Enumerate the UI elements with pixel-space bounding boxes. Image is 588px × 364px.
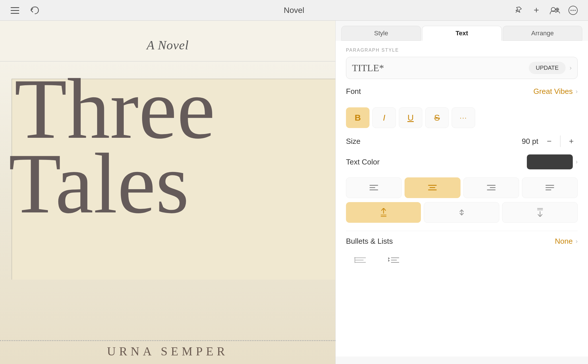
bullets-chevron: › bbox=[576, 238, 578, 245]
align-justify-button[interactable] bbox=[522, 177, 578, 198]
more-format-button[interactable]: ··· bbox=[452, 107, 475, 128]
svg-rect-21 bbox=[546, 185, 554, 186]
valign-bottom-button[interactable] bbox=[502, 202, 578, 223]
size-controls: 90 pt − + bbox=[515, 135, 578, 148]
svg-rect-18 bbox=[487, 185, 496, 186]
valign-middle-button[interactable] bbox=[424, 202, 499, 223]
tab-arrange[interactable]: Arrange bbox=[503, 26, 582, 41]
svg-rect-2 bbox=[11, 13, 19, 14]
para-style-chevron: › bbox=[570, 64, 572, 72]
bottom-text: URNA SEMPER bbox=[0, 344, 335, 358]
font-value[interactable]: Great Vibes › bbox=[533, 87, 578, 96]
size-increase-button[interactable]: + bbox=[565, 135, 578, 148]
paragraph-style-row[interactable]: TITLE* UPDATE › bbox=[346, 57, 578, 79]
bullets-label: Bullets & Lists bbox=[346, 237, 393, 246]
text-color-label: Text Color bbox=[346, 158, 380, 166]
document-subtitle: A Novel bbox=[147, 21, 189, 53]
right-panel: Style Text Arrange PARAGRAPH STYLE TITLE… bbox=[335, 21, 588, 364]
svg-rect-23 bbox=[546, 189, 551, 190]
align-left-button[interactable] bbox=[346, 177, 402, 198]
svg-rect-15 bbox=[428, 185, 437, 186]
size-divider bbox=[560, 135, 560, 147]
svg-point-11 bbox=[575, 10, 576, 11]
add-icon[interactable]: + bbox=[530, 4, 543, 17]
size-decrease-button[interactable]: − bbox=[543, 135, 556, 148]
text-color-row: Text Color › bbox=[346, 154, 578, 169]
list-icon[interactable] bbox=[9, 4, 21, 17]
panel-body: PARAGRAPH STYLE TITLE* UPDATE › Font Gre… bbox=[336, 41, 588, 357]
svg-rect-13 bbox=[370, 187, 375, 188]
tab-text[interactable]: Text bbox=[422, 26, 502, 41]
bold-button[interactable]: B bbox=[346, 107, 370, 128]
document-page: A Novel Three Tales URNA SEMPER bbox=[0, 21, 335, 364]
dotted-line bbox=[0, 340, 335, 341]
undo-icon[interactable] bbox=[28, 4, 41, 17]
size-row: Size 90 pt − + bbox=[346, 135, 578, 148]
svg-rect-0 bbox=[11, 7, 19, 8]
script-text-area: Three Tales URNA SEMPER bbox=[0, 61, 335, 364]
collab-icon[interactable] bbox=[548, 4, 561, 17]
list-icons-row bbox=[346, 251, 578, 269]
size-value: 90 pt bbox=[515, 137, 538, 146]
svg-point-44 bbox=[354, 257, 355, 258]
font-chevron: › bbox=[576, 88, 578, 95]
svg-point-9 bbox=[570, 10, 572, 11]
bullets-value-text: None bbox=[555, 237, 573, 246]
color-row-right: › bbox=[527, 154, 578, 169]
svg-rect-12 bbox=[370, 185, 378, 186]
format-buttons-row: B I U S ··· bbox=[346, 107, 578, 128]
tab-bar: Style Text Arrange bbox=[336, 21, 588, 41]
size-label: Size bbox=[346, 137, 361, 146]
script-line2: Tales bbox=[9, 136, 189, 231]
text-color-swatch[interactable] bbox=[527, 154, 573, 169]
svg-rect-17 bbox=[428, 189, 437, 190]
italic-button[interactable]: I bbox=[372, 107, 396, 128]
svg-rect-1 bbox=[11, 10, 19, 11]
valign-row bbox=[346, 202, 578, 223]
text-color-chevron: › bbox=[576, 158, 578, 166]
font-label: Font bbox=[346, 87, 361, 96]
font-row: Font Great Vibes › bbox=[346, 87, 578, 102]
bullets-value[interactable]: None › bbox=[555, 237, 578, 246]
svg-marker-49 bbox=[388, 260, 390, 262]
svg-marker-48 bbox=[388, 257, 390, 260]
strikethrough-button[interactable]: S bbox=[425, 107, 449, 128]
alignment-row bbox=[346, 177, 578, 198]
valign-top-button[interactable] bbox=[346, 202, 421, 223]
para-style-right: UPDATE › bbox=[529, 62, 572, 74]
bullets-lists-row: Bullets & Lists None › bbox=[346, 231, 578, 246]
svg-rect-20 bbox=[487, 189, 496, 190]
font-name: Great Vibes bbox=[533, 87, 573, 96]
app-title: Novel bbox=[284, 6, 304, 15]
svg-point-10 bbox=[572, 10, 574, 11]
align-center-button[interactable] bbox=[405, 177, 460, 198]
more-icon[interactable] bbox=[567, 4, 579, 17]
top-bar-right: + bbox=[512, 4, 579, 17]
svg-rect-22 bbox=[546, 187, 554, 188]
tab-style[interactable]: Style bbox=[341, 26, 421, 41]
top-bar-left bbox=[9, 4, 41, 17]
svg-rect-19 bbox=[490, 187, 496, 188]
top-bar: Novel + bbox=[0, 0, 588, 21]
main-content: A Novel Three Tales URNA SEMPER Style Te… bbox=[0, 21, 588, 364]
update-button[interactable]: UPDATE bbox=[529, 62, 566, 74]
pin-icon[interactable] bbox=[512, 4, 524, 17]
list-icon-2[interactable] bbox=[379, 251, 408, 269]
paragraph-style-label: PARAGRAPH STYLE bbox=[346, 48, 578, 53]
svg-rect-14 bbox=[370, 189, 378, 190]
svg-rect-16 bbox=[430, 187, 435, 188]
para-style-name: TITLE* bbox=[352, 63, 384, 73]
underline-button[interactable]: U bbox=[399, 107, 422, 128]
align-right-button[interactable] bbox=[463, 177, 519, 198]
list-icon-1[interactable] bbox=[346, 251, 375, 269]
